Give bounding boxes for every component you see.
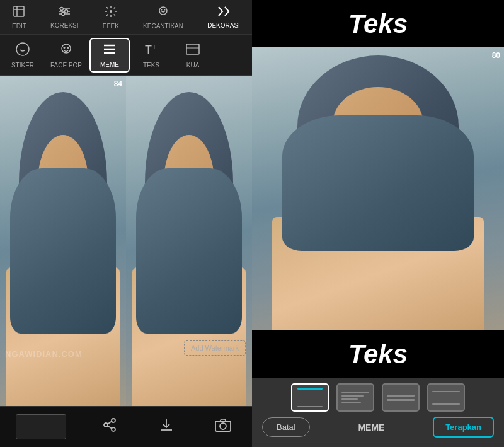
svg-point-20 [164,9,166,10]
koreksi-label: KOREKSI [50,22,78,29]
sub-toolbar: STIKER FACE POP MEME T+ TEKS KUA [0,35,252,76]
svg-point-7 [65,9,68,13]
meme-controls: Batal MEME Terapkan [252,378,504,447]
stiker-icon [15,42,30,60]
svg-point-19 [161,9,163,10]
koreksi-icon [58,6,71,20]
toolbar-efek[interactable]: EFEK [98,3,124,32]
svg-point-23 [64,47,66,49]
svg-rect-0 [14,6,24,16]
layout-button-1[interactable] [291,383,329,412]
svg-point-34 [112,427,115,431]
toolbar-dekorasi[interactable]: DEKORASI [202,3,245,32]
sub-kua[interactable]: KUA [173,38,213,72]
layout-options [291,383,465,412]
svg-line-15 [113,14,115,15]
svg-point-18 [159,7,167,15]
download-button[interactable] [154,412,179,441]
dekorasi-icon [217,6,231,20]
svg-text:T: T [145,44,152,56]
top-toolbar: EDIT KOREKSI EFEK KECANTIKAN DEKORASI [0,0,252,35]
meme-bottom-text[interactable]: Teks [252,330,504,378]
edit-icon [13,5,25,21]
sub-stiker[interactable]: STIKER [3,38,43,72]
sub-face-pop[interactable]: FACE POP [44,38,88,72]
photo-number-left: 84 [114,79,122,88]
kecantikan-icon [157,5,169,21]
toolbar-edit[interactable]: EDIT [7,3,32,32]
right-panel: Teks 80 Teks [252,0,504,447]
svg-point-32 [112,419,115,422]
layout-button-4[interactable] [427,383,465,412]
layout-button-2[interactable] [336,383,374,412]
teks-label: TEKS [143,62,159,69]
toolbar-kecantikan[interactable]: KECANTIKAN [138,3,188,32]
face-pop-icon [59,42,74,60]
meme-photo: 80 [252,47,504,330]
sub-meme[interactable]: MEME [89,38,130,73]
meme-label: MEME [100,61,119,68]
toolbar-koreksi[interactable]: KOREKSI [45,3,83,32]
action-bar: Batal MEME Terapkan [257,413,499,441]
svg-line-36 [108,426,112,428]
svg-text:+: + [152,44,156,50]
stiker-label: STIKER [11,62,34,69]
svg-point-33 [104,423,108,427]
svg-line-17 [106,14,108,15]
svg-line-35 [108,421,112,424]
camera-button[interactable] [210,413,236,441]
meme-photo-number: 80 [492,51,500,60]
efek-icon [105,5,117,21]
svg-rect-30 [186,44,199,54]
add-watermark-button[interactable]: Add Watermark [184,340,246,356]
dekorasi-label: DEKORASI [207,22,240,29]
teks-icon: T+ [144,42,159,60]
svg-point-24 [67,47,69,49]
edit-label: EDIT [12,23,26,30]
photo-right [126,76,252,406]
apply-button[interactable]: Terapkan [433,417,494,438]
share-button[interactable] [97,412,122,441]
canvas-area: 84 Add Watermark NGAWIDIAN.COM [0,76,252,406]
kua-icon [185,42,200,60]
svg-point-9 [110,10,112,13]
kua-label: KUA [186,62,200,69]
watermark-text: NGAWIDIAN.COM [5,349,83,359]
meme-icon [102,42,117,59]
layout-button-3[interactable] [382,383,420,412]
thumbnail [16,414,66,439]
svg-point-6 [60,7,64,10]
meme-preview: Teks 80 Teks [252,0,504,378]
meme-center-label: MEME [358,422,384,432]
svg-point-8 [62,12,65,15]
cancel-button[interactable]: Batal [262,417,310,437]
sub-teks[interactable]: T+ TEKS [131,38,171,72]
svg-point-39 [220,423,226,429]
svg-point-21 [16,43,29,55]
efek-label: EFEK [103,23,119,30]
svg-line-16 [113,7,115,8]
kecantikan-label: KECANTIKAN [143,23,183,30]
left-panel: EDIT KOREKSI EFEK KECANTIKAN DEKORASI [0,0,252,447]
face-pop-label: FACE POP [50,62,82,69]
svg-line-14 [106,7,108,8]
meme-top-text[interactable]: Teks [252,0,504,47]
bottom-bar [0,406,252,447]
